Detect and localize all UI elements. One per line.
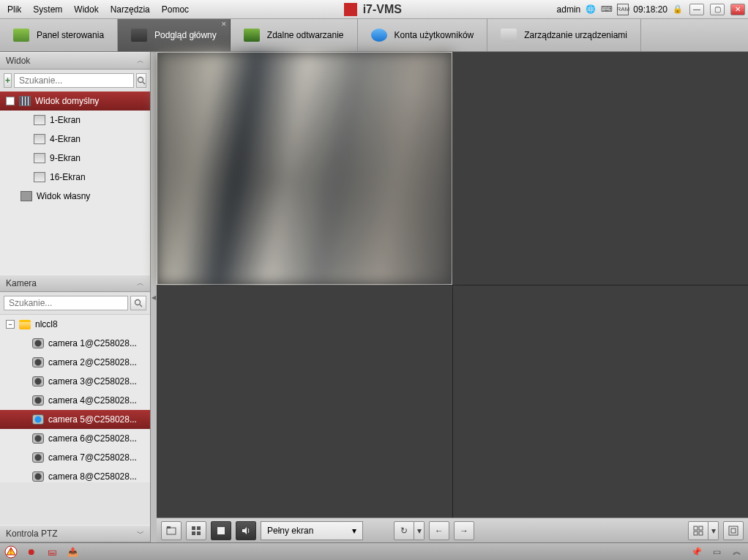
menubar: Plik System Widok Narzędzia Pomoc [3, 4, 189, 15]
svg-rect-11 [694, 526, 697, 530]
fullscreen-button[interactable] [723, 521, 744, 540]
fullscreen-select[interactable]: Pełny ekran ▾ [261, 521, 363, 540]
refresh-dropdown[interactable]: ▾ [414, 521, 425, 540]
window-close-button[interactable]: ✕ [730, 4, 745, 15]
tree-label: 1-Ekran [50, 115, 81, 125]
video-grid [157, 52, 748, 518]
video-cell-2[interactable] [453, 52, 749, 285]
storage-icon[interactable]: 🖴 [45, 545, 59, 559]
snapshot-button[interactable] [161, 521, 182, 540]
video-cell-4[interactable] [453, 285, 749, 518]
camera-item[interactable]: camera 1@C258028... [0, 334, 150, 353]
view-tree: − Widok domyślny 1-Ekran 4-Ekran 9-Ekran… [0, 92, 150, 275]
globe-icon[interactable]: 🌐 [585, 4, 596, 15]
view-search-input[interactable] [14, 73, 134, 88]
screen-icon [34, 115, 45, 125]
select-label: Pełny ekran [267, 526, 313, 536]
collapse-icon[interactable]: − [6, 320, 15, 329]
nav-back-button[interactable]: ← [429, 521, 449, 540]
nav-forward-button[interactable]: → [454, 521, 474, 540]
tree-label: 4-Ekran [50, 134, 81, 144]
tree-screen-1[interactable]: 1-Ekran [0, 111, 150, 130]
tab-remote-playback[interactable]: Zdalne odtwarzanie [231, 19, 358, 51]
camera-tree[interactable]: − nlccl8 camera 1@C258028...camera 2@C25… [0, 314, 150, 482]
menu-view[interactable]: Widok [74, 4, 98, 15]
menu-tools[interactable]: Narzędzia [111, 4, 150, 15]
alert-icon[interactable]: ! [4, 545, 18, 559]
tab-label: Konta użytkowników [394, 30, 474, 40]
svg-rect-9 [197, 531, 201, 535]
tab-label: Zarządzanie urządzeniami [524, 30, 627, 40]
refresh-split-button[interactable]: ↻ ▾ [394, 521, 425, 540]
video-cell-3[interactable] [157, 285, 452, 518]
panel-header-camera[interactable]: Kamera ︿ [0, 275, 150, 292]
tab-main-preview[interactable]: Podgląd główny ✕ [118, 19, 231, 51]
tree-custom-view[interactable]: Widok własny [0, 187, 150, 206]
window-minimize-button[interactable]: — [689, 4, 704, 15]
refresh-button[interactable]: ↻ [394, 521, 414, 540]
menu-help[interactable]: Pomoc [162, 4, 189, 15]
grid-layout-split[interactable]: ▾ [688, 521, 719, 540]
grid-layout-dropdown[interactable]: ▾ [708, 521, 719, 540]
window-icon[interactable]: ▭ [710, 545, 723, 559]
grid-icon [13, 29, 29, 42]
multiview-icon [19, 96, 31, 106]
camera-item[interactable]: camera 4@C258028... [0, 391, 150, 410]
panel-header-view[interactable]: Widok ︿ [0, 52, 150, 70]
panel-title: Kamera [6, 278, 37, 288]
camera-search-button[interactable] [130, 296, 146, 310]
camera-item[interactable]: camera 8@C258028... [0, 467, 150, 482]
keyboard-icon[interactable]: ⌨ [601, 4, 613, 15]
svg-rect-4 [167, 528, 176, 534]
group-label: nlccl8 [35, 319, 58, 329]
audio-button[interactable] [236, 521, 256, 540]
lock-icon[interactable]: 🔒 [672, 4, 684, 15]
window-maximize-button[interactable]: ▢ [710, 4, 725, 15]
tab-label: Podgląd główny [154, 30, 217, 40]
menu-system[interactable]: System [33, 4, 62, 15]
tree-screen-16[interactable]: 16-Ekran [0, 168, 150, 187]
layout-button[interactable] [186, 521, 206, 540]
panel-header-ptz[interactable]: Kontrola PTZ ﹀ [0, 525, 150, 542]
pin-icon[interactable]: 📌 [689, 545, 703, 559]
custom-view-icon [20, 191, 32, 201]
camera-item[interactable]: camera 7@C258028... [0, 448, 150, 467]
tab-user-accounts[interactable]: Konta użytkowników [358, 19, 488, 51]
ram-icon[interactable]: RAM [617, 4, 629, 15]
camera-icon [131, 29, 147, 42]
main-area: Widok ︿ + − Widok domyślny 1-Ekran 4-Ekr… [0, 52, 748, 542]
camera-item[interactable]: camera 2@C258028... [0, 353, 150, 372]
record-icon[interactable]: ⏺ [25, 545, 38, 559]
tree-screen-9[interactable]: 9-Ekran [0, 149, 150, 168]
tab-close-icon[interactable]: ✕ [221, 20, 227, 28]
svg-point-0 [138, 78, 143, 83]
view-search-button[interactable] [136, 73, 146, 88]
app-logo-icon [344, 3, 357, 16]
replay-icon [244, 29, 260, 42]
camera-group[interactable]: − nlccl8 [0, 315, 150, 334]
screen-icon [34, 153, 45, 163]
tree-default-view[interactable]: − Widok domyślny [0, 92, 150, 111]
chevron-up-icon[interactable]: ︿ [137, 56, 144, 66]
statusbar: ! ⏺ 🖴 📤 📌 ▭ ︽ [0, 542, 748, 560]
collapse-icon[interactable]: − [6, 97, 15, 105]
menu-file[interactable]: Plik [7, 4, 21, 15]
tab-control-panel[interactable]: Panel sterowania [0, 19, 118, 51]
expand-icon[interactable]: ︽ [730, 545, 744, 559]
svg-rect-14 [699, 531, 703, 535]
camera-item[interactable]: camera 5@C258028... [0, 410, 150, 429]
export-icon[interactable]: 📤 [66, 545, 79, 559]
panel-title: Widok [6, 56, 30, 66]
grid-layout-button[interactable] [688, 521, 708, 540]
camera-search-input[interactable] [4, 296, 128, 310]
tab-device-management[interactable]: Zarządzanie urządzeniami [487, 19, 641, 51]
chevron-down-icon[interactable]: ﹀ [137, 529, 144, 539]
video-cell-1[interactable] [157, 52, 452, 285]
sidebar-splitter[interactable] [151, 52, 157, 542]
tree-screen-4[interactable]: 4-Ekran [0, 130, 150, 149]
chevron-up-icon[interactable]: ︿ [137, 278, 144, 288]
add-view-button[interactable]: + [4, 73, 12, 88]
camera-item[interactable]: camera 3@C258028... [0, 372, 150, 391]
stop-button[interactable] [211, 521, 231, 540]
camera-item[interactable]: camera 6@C258028... [0, 429, 150, 448]
